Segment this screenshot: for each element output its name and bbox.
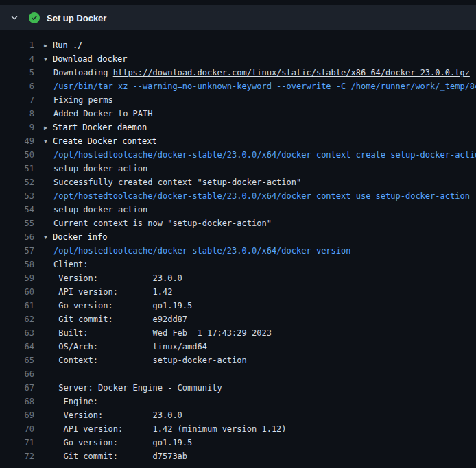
line-content: Server: Docker Engine - Community [53,381,222,395]
log-group-line[interactable]: 49▼Create Docker context [0,134,476,148]
triangle-down-icon[interactable]: ▼ [44,53,53,66]
log-line: 61 Go version: go1.19.5 [0,299,476,312]
log-text: Successfully created context "setup-dock… [53,177,301,187]
line-content: /opt/hostedtoolcache/docker-stable/23.0.… [53,189,470,203]
log-text: Current context is now "setup-docker-act… [53,219,272,228]
line-content: /usr/bin/tar xz --warning=no-unknown-key… [53,79,476,93]
log-command-text: /opt/hostedtoolcache/docker-stable/23.0.… [53,150,476,160]
log-text: Version: 23.0.0 [53,273,182,283]
line-content: Version: 23.0.0 [53,408,182,422]
log-line: 57/opt/hostedtoolcache/docker-stable/23.… [0,244,476,258]
line-number[interactable]: 65 [0,354,34,367]
line-number[interactable]: 60 [0,285,34,299]
log-link[interactable]: https://download.docker.com/linux/static… [113,68,470,77]
line-number[interactable]: 54 [0,203,34,217]
log-text: Added Docker to PATH [53,109,153,119]
line-number[interactable]: 63 [0,326,34,340]
chevron-down-icon[interactable] [10,13,19,23]
line-number[interactable]: 61 [0,299,34,312]
log-line: 50/opt/hostedtoolcache/docker-stable/23.… [0,148,476,162]
line-content: Go version: go1.19.5 [53,299,192,312]
log-text: Version: 23.0.0 [53,410,182,420]
log-group-line[interactable]: 4▼Download docker [0,52,476,66]
line-number[interactable]: 50 [0,148,34,162]
line-number[interactable]: 72 [0,449,34,463]
log-text: Git commit: e92dd87 [53,315,187,324]
line-content: setup-docker-action [53,203,147,217]
line-number[interactable]: 7 [0,93,34,107]
log-text: Fixing perms [53,95,113,105]
log-command-text: /usr/bin/tar xz --warning=no-unknown-key… [53,82,476,91]
line-content: Version: 23.0.0 [53,271,182,285]
log-line: 59 Version: 23.0.0 [0,271,476,285]
line-number[interactable]: 4 [0,52,34,66]
line-number[interactable]: 53 [0,189,34,203]
log-text: setup-docker-action [53,164,147,173]
line-number[interactable]: 55 [0,217,34,230]
line-number[interactable]: 8 [0,107,34,121]
log-text: API version: 1.42 [53,287,172,297]
log-line: 72 Git commit: d7573ab [0,449,476,463]
triangle-right-icon[interactable]: ▶ [44,121,53,134]
triangle-down-icon[interactable]: ▼ [44,135,53,148]
line-number[interactable]: 67 [0,381,34,395]
line-content: ▼Docker info [44,230,107,244]
log-group-line[interactable]: 9▶Start Docker daemon [0,121,476,134]
line-number[interactable]: 71 [0,436,34,449]
log-line: 66 [0,367,476,381]
log-text: OS/Arch: linux/amd64 [53,342,207,352]
line-content: Git commit: d7573ab [53,449,187,463]
line-number[interactable]: 52 [0,175,34,189]
log-line: 63 Built: Wed Feb 1 17:43:29 2023 [0,326,476,340]
line-number[interactable]: 59 [0,271,34,285]
line-content: setup-docker-action [53,162,147,175]
log-text: Create Docker context [53,136,157,146]
line-number[interactable]: 64 [0,340,34,354]
line-number[interactable]: 1 [0,38,34,52]
line-number[interactable]: 5 [0,66,34,79]
line-number[interactable]: 69 [0,408,34,422]
line-content: ▶Run ./ [44,38,82,52]
log-text: Docker info [53,232,107,242]
line-content: Downloading https://download.docker.com/… [53,66,470,79]
line-number[interactable]: 68 [0,395,34,408]
line-content: Context: setup-docker-action [53,354,247,367]
line-number[interactable]: 9 [0,121,34,134]
line-content: OS/Arch: linux/amd64 [53,340,207,354]
log-line: 69 Version: 23.0.0 [0,408,476,422]
line-content: ▼Create Docker context [44,134,157,148]
line-number[interactable]: 57 [0,244,34,258]
log-text: Git commit: d7573ab [53,452,187,461]
check-circle-icon [29,12,40,23]
step-header[interactable]: Set up Docker [0,5,476,30]
line-number[interactable]: 62 [0,312,34,326]
line-number[interactable]: 56 [0,230,34,244]
log-line: 55Current context is now "setup-docker-a… [0,217,476,230]
log-line: 8Added Docker to PATH [0,107,476,121]
line-content: /opt/hostedtoolcache/docker-stable/23.0.… [53,148,476,162]
log-group-line[interactable]: 1▶Run ./ [0,38,476,52]
step-title: Set up Docker [47,13,106,23]
log-text: Start Docker daemon [53,123,147,132]
log-text: Client: [53,260,88,269]
line-number[interactable]: 70 [0,422,34,436]
log-line: 51setup-docker-action [0,162,476,175]
line-number[interactable]: 58 [0,258,34,271]
triangle-down-icon[interactable]: ▼ [44,231,53,244]
line-number[interactable]: 49 [0,134,34,148]
line-number[interactable]: 6 [0,79,34,93]
triangle-right-icon[interactable]: ▶ [44,39,53,52]
line-number[interactable]: 66 [0,367,34,381]
line-content: API version: 1.42 (minimum version 1.12) [53,422,287,436]
log-text: Context: setup-docker-action [53,356,247,365]
line-content: Built: Wed Feb 1 17:43:29 2023 [53,326,272,340]
log-line: 53/opt/hostedtoolcache/docker-stable/23.… [0,189,476,203]
line-number[interactable]: 51 [0,162,34,175]
line-content: Engine: [53,395,98,408]
log-text: Go version: go1.19.5 [53,438,192,447]
line-content: Client: [53,258,88,271]
log-line: 54setup-docker-action [0,203,476,217]
log-line: 67 Server: Docker Engine - Community [0,381,476,395]
log-group-line[interactable]: 56▼Docker info [0,230,476,244]
log-line: 60 API version: 1.42 [0,285,476,299]
